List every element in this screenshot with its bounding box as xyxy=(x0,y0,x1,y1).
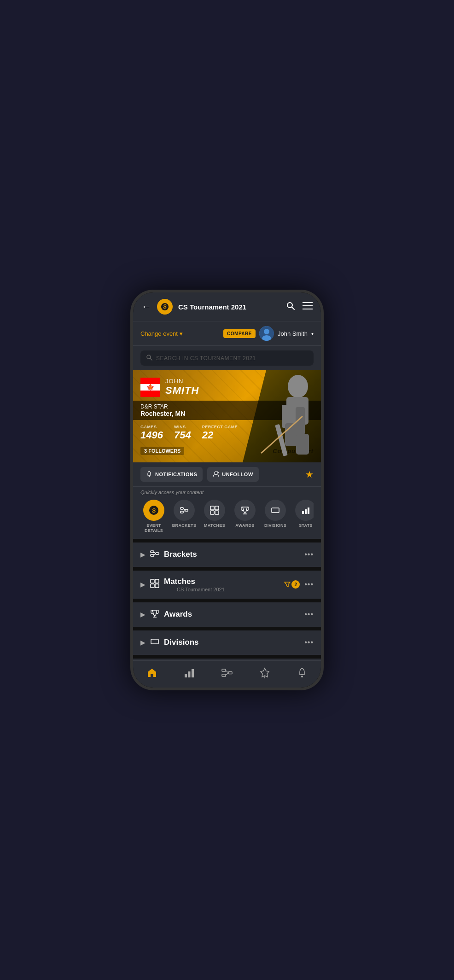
awards-more-button[interactable]: ••• xyxy=(304,610,314,618)
svg-rect-30 xyxy=(180,511,183,513)
quick-icon-list: S EVENTDETAILS xyxy=(140,500,314,533)
user-section: COMPARE John Smith ▾ xyxy=(223,326,314,341)
back-button[interactable]: ← xyxy=(141,301,151,313)
bell-icon xyxy=(146,471,152,478)
brackets-more-button[interactable]: ••• xyxy=(304,550,314,559)
notifications-button[interactable]: NOTIFICATIONS xyxy=(140,467,203,482)
search-input-wrapper[interactable]: SEARCH IN CS TOURNAMENT 2021 xyxy=(140,350,314,366)
awards-expand-arrow[interactable]: ▶ xyxy=(140,611,146,618)
bottom-navigation xyxy=(133,660,321,688)
svg-text:🍁: 🍁 xyxy=(146,384,155,391)
svg-rect-46 xyxy=(151,551,154,553)
svg-text:S: S xyxy=(152,507,156,514)
user-name: John Smith xyxy=(278,330,308,337)
svg-rect-48 xyxy=(156,553,159,554)
followers-count: 3 FOLLOWERS xyxy=(140,447,184,455)
search-icon[interactable] xyxy=(286,301,295,313)
nav-home[interactable] xyxy=(141,665,163,680)
user-chevron-icon: ▾ xyxy=(311,331,314,336)
matches-expand-arrow[interactable]: ▶ xyxy=(140,581,146,588)
matches-icon xyxy=(204,500,225,521)
svg-rect-36 xyxy=(210,511,214,514)
favorite-star-button[interactable]: ★ xyxy=(305,469,314,480)
svg-rect-12 xyxy=(140,378,160,384)
divider-2 xyxy=(133,567,321,571)
svg-rect-66 xyxy=(228,672,232,674)
svg-line-10 xyxy=(150,358,152,360)
divider-5 xyxy=(133,655,321,659)
nav-stats[interactable] xyxy=(178,665,200,680)
svg-rect-31 xyxy=(185,509,188,511)
search-section: SEARCH IN CS TOURNAMENT 2021 xyxy=(133,345,321,370)
brackets-section: ▶ Brackets ••• xyxy=(133,542,321,567)
player-card: 🍁 JOHN SMITH D&R STAR Rochester, MN GAME… xyxy=(133,370,321,462)
svg-rect-62 xyxy=(188,671,191,677)
phone-frame: ← S CS Tournament 2021 xyxy=(130,290,324,690)
svg-rect-64 xyxy=(222,669,226,671)
quick-icon-matches[interactable]: MATCHES xyxy=(201,500,228,533)
person-icon xyxy=(213,471,219,478)
menu-icon[interactable] xyxy=(303,301,313,313)
divisions-row: ▶ Divisions ••• xyxy=(140,637,314,648)
quick-icon-event-details[interactable]: S EVENTDETAILS xyxy=(140,500,167,533)
matches-filter-count: 2 xyxy=(291,580,300,589)
quick-icon-awards[interactable]: AWARDS xyxy=(232,500,258,533)
sub-header: Change event ▾ COMPARE John Smith ▾ xyxy=(133,321,321,345)
svg-rect-54 xyxy=(155,584,159,588)
divider-4 xyxy=(133,627,321,630)
app-logo: S xyxy=(157,299,173,315)
svg-text:S: S xyxy=(163,303,167,310)
action-bar: NOTIFICATIONS UNFOLLOW ★ xyxy=(133,462,321,486)
nav-notifications[interactable] xyxy=(291,665,313,680)
compare-button[interactable]: COMPARE xyxy=(223,329,256,338)
stat-games: GAMES 1496 xyxy=(140,425,163,441)
svg-rect-29 xyxy=(180,508,183,509)
event-details-icon: S xyxy=(143,500,164,521)
svg-rect-13 xyxy=(140,391,160,397)
awards-section-icon xyxy=(150,609,159,620)
quick-icon-divisions[interactable]: DIVISIONS xyxy=(262,500,289,533)
svg-rect-41 xyxy=(302,511,304,514)
svg-rect-34 xyxy=(210,506,214,510)
svg-rect-37 xyxy=(215,511,219,514)
brackets-expand-arrow[interactable]: ▶ xyxy=(140,551,146,558)
avatar xyxy=(259,326,274,341)
search-small-icon xyxy=(146,354,152,362)
phone-screen: ← S CS Tournament 2021 xyxy=(133,292,321,688)
matches-filter-badge[interactable]: 2 xyxy=(284,580,300,589)
player-lastname: SMITH xyxy=(165,385,199,397)
nav-brackets[interactable] xyxy=(216,665,238,680)
svg-line-68 xyxy=(226,673,228,676)
divider-1 xyxy=(133,539,321,542)
svg-rect-42 xyxy=(305,509,307,514)
divisions-expand-arrow[interactable]: ▶ xyxy=(140,639,146,646)
quick-icon-brackets[interactable]: BRACKETS xyxy=(171,500,198,533)
quick-access-section: Quickly access your content S EVENTDETAI… xyxy=(133,486,321,539)
quick-icon-stats[interactable]: STATS xyxy=(292,500,314,533)
divisions-section: ▶ Divisions ••• xyxy=(133,630,321,655)
header-title: CS Tournament 2021 xyxy=(178,303,280,311)
brackets-left: ▶ Brackets xyxy=(140,549,197,560)
player-stats: GAMES 1496 WINS 754 PERFECT GAME 22 xyxy=(140,425,314,441)
nav-pinned[interactable] xyxy=(254,665,276,680)
svg-point-25 xyxy=(215,472,217,474)
svg-line-2 xyxy=(292,307,294,309)
divider-3 xyxy=(133,599,321,602)
change-event-button[interactable]: Change event ▾ xyxy=(140,330,183,337)
svg-rect-65 xyxy=(222,674,226,677)
matches-more-button[interactable]: ••• xyxy=(304,580,314,589)
divisions-more-button[interactable]: ••• xyxy=(304,638,314,647)
unfollow-button[interactable]: UNFOLLOW xyxy=(207,467,259,482)
awards-icon xyxy=(234,500,256,521)
svg-line-49 xyxy=(154,552,156,554)
player-footer: 3 FOLLOWERS CompuSport xyxy=(140,447,314,455)
svg-rect-35 xyxy=(215,506,219,510)
svg-rect-61 xyxy=(185,674,187,677)
svg-rect-63 xyxy=(192,669,194,677)
stat-perfect-game: PERFECT GAME 22 xyxy=(202,425,238,441)
stat-wins: WINS 754 xyxy=(174,425,191,441)
player-sponsor: D&R STAR xyxy=(140,403,321,410)
svg-rect-47 xyxy=(151,554,154,556)
matches-section: ▶ Matches CS Tournament 2021 xyxy=(133,571,321,599)
chevron-down-icon: ▾ xyxy=(180,330,183,337)
